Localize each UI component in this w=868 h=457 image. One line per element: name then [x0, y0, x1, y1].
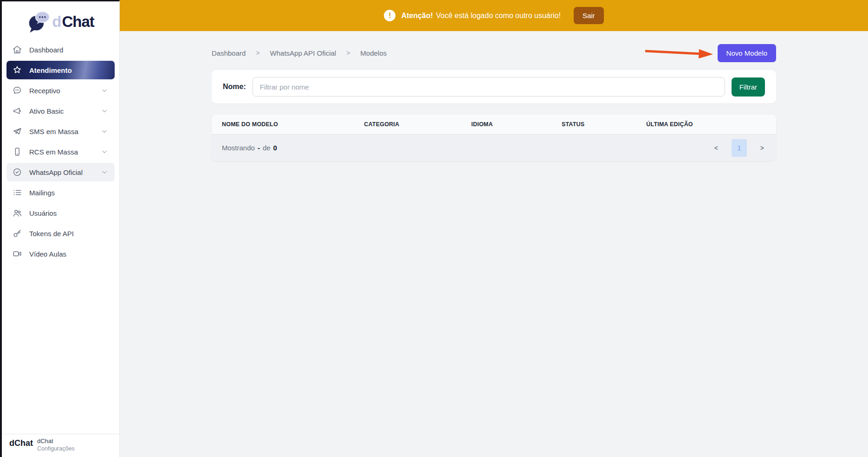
sidebar-item-label: Tokens de API: [29, 230, 109, 238]
nome-field-label: Nome:: [223, 83, 246, 91]
sidebar: dChat Dashboard Atendimento Receptivo: [2, 0, 120, 457]
page-header-row: Dashboard > WhatsApp API Oficial > Model…: [212, 44, 776, 62]
megaphone-icon: [12, 106, 22, 116]
sidebar-item-label: Mailings: [29, 189, 109, 197]
breadcrumb-item-dashboard[interactable]: Dashboard: [212, 49, 246, 57]
logo-text-d: d: [52, 13, 61, 31]
chat-bubbles-logo-icon: [27, 10, 51, 33]
alert-icon: !: [384, 10, 395, 21]
sidebar-item-label: Ativo Basic: [29, 107, 101, 115]
page-content: Dashboard > WhatsApp API Oficial > Model…: [212, 31, 776, 161]
filtrar-button[interactable]: Filtrar: [732, 77, 765, 97]
novo-modelo-button[interactable]: Novo Modelo: [718, 44, 776, 62]
sidebar-item-usuarios[interactable]: Usuários: [6, 204, 115, 222]
chat-bubble-icon: [12, 85, 22, 96]
column-header-ultima-edicao: ÚLTIMA EDIÇÃO: [646, 121, 776, 128]
sidebar-item-video-aulas[interactable]: Vídeo Aulas: [6, 245, 115, 263]
sidebar-item-label: Vídeo Aulas: [29, 250, 109, 258]
breadcrumb-separator: >: [346, 49, 350, 57]
sidebar-item-receptivo[interactable]: Receptivo: [6, 81, 115, 100]
sidebar-footer[interactable]: dChat dChat Configurações: [2, 434, 119, 457]
app-window: dChat Dashboard Atendimento Receptivo: [0, 0, 868, 457]
chevron-down-icon: [101, 86, 109, 95]
home-icon: [12, 45, 22, 55]
impersonation-warning-banner: ! Atenção! Você está logado como outro u…: [120, 0, 868, 31]
breadcrumb-separator: >: [256, 49, 259, 57]
sidebar-nav: Dashboard Atendimento Receptivo: [2, 40, 119, 263]
table-footer-row: Mostrando - de 0 < 1 >: [212, 135, 776, 161]
sidebar-item-rcs-em-massa[interactable]: RCS em Massa: [6, 142, 115, 161]
app-logo[interactable]: dChat: [2, 1, 119, 40]
table-header-row: NOME DO MODELO CATEGORIA IDIOMA STATUS Ú…: [212, 115, 776, 135]
chevron-down-icon: [101, 148, 109, 156]
pagination: < 1 >: [713, 139, 766, 157]
footer-account-name: dChat: [37, 438, 75, 445]
models-table: NOME DO MODELO CATEGORIA IDIOMA STATUS Ú…: [212, 115, 776, 161]
column-header-categoria: CATEGORIA: [364, 121, 471, 128]
filter-card: Nome: Filtrar: [212, 70, 776, 103]
column-header-nome-do-modelo: NOME DO MODELO: [212, 121, 364, 128]
column-header-idioma: IDIOMA: [471, 121, 562, 128]
nome-filter-input[interactable]: [253, 77, 725, 97]
pagination-next-button[interactable]: >: [758, 142, 766, 154]
key-icon: [12, 228, 22, 238]
main-area: ! Atenção! Você está logado como outro u…: [120, 0, 868, 457]
video-icon: [12, 249, 22, 259]
sair-button[interactable]: Sair: [574, 7, 604, 24]
sidebar-item-label: Dashboard: [29, 46, 109, 54]
sidebar-item-label: Atendimento: [29, 66, 109, 74]
list-icon: [12, 187, 22, 198]
sidebar-item-dashboard[interactable]: Dashboard: [6, 40, 115, 59]
breadcrumb-item-modelos[interactable]: Modelos: [360, 49, 387, 57]
banner-text: Atenção! Você está logado como outro usu…: [401, 12, 561, 20]
footer-settings-link[interactable]: Configurações: [37, 445, 75, 452]
send-icon: [12, 126, 22, 136]
star-icon: [12, 65, 22, 75]
chevron-down-icon: [101, 168, 109, 176]
banner-bold-text: Atenção!: [401, 12, 433, 19]
sidebar-item-label: RCS em Massa: [29, 148, 101, 156]
badge-check-icon: [12, 167, 22, 177]
sidebar-item-label: WhatsApp Oficial: [29, 168, 101, 176]
annotation-arrow-icon: [644, 48, 715, 59]
breadcrumb: Dashboard > WhatsApp API Oficial > Model…: [212, 49, 387, 57]
summary-showing: Mostrando: [222, 144, 255, 152]
pagination-prev-button[interactable]: <: [713, 142, 720, 154]
sidebar-item-sms-em-massa[interactable]: SMS em Massa: [6, 122, 115, 141]
sidebar-item-mailings[interactable]: Mailings: [6, 183, 115, 202]
pagination-current-page[interactable]: 1: [732, 139, 747, 157]
sidebar-item-label: Usuários: [29, 209, 109, 217]
breadcrumb-item-whatsapp-api-oficial[interactable]: WhatsApp API Oficial: [270, 49, 337, 57]
footer-brand-logo: dChat: [9, 439, 33, 448]
smartphone-icon: [12, 147, 22, 157]
results-summary: Mostrando - de 0: [222, 144, 277, 152]
sidebar-item-whatsapp-oficial[interactable]: WhatsApp Oficial: [6, 163, 115, 181]
summary-of: de: [263, 144, 271, 152]
banner-message: Você está logado como outro usuário!: [436, 12, 561, 19]
summary-dash: -: [258, 144, 260, 152]
sidebar-item-label: Receptivo: [29, 87, 101, 95]
chevron-down-icon: [101, 127, 109, 135]
sidebar-item-atendimento[interactable]: Atendimento: [6, 61, 115, 79]
users-icon: [12, 208, 22, 218]
logo-text-chat: Chat: [62, 13, 94, 31]
column-header-status: STATUS: [562, 121, 646, 128]
sidebar-item-tokens-de-api[interactable]: Tokens de API: [6, 224, 115, 243]
sidebar-item-ativo-basic[interactable]: Ativo Basic: [6, 102, 115, 120]
summary-total: 0: [273, 144, 277, 152]
sidebar-item-label: SMS em Massa: [29, 128, 101, 135]
chevron-down-icon: [101, 107, 109, 115]
